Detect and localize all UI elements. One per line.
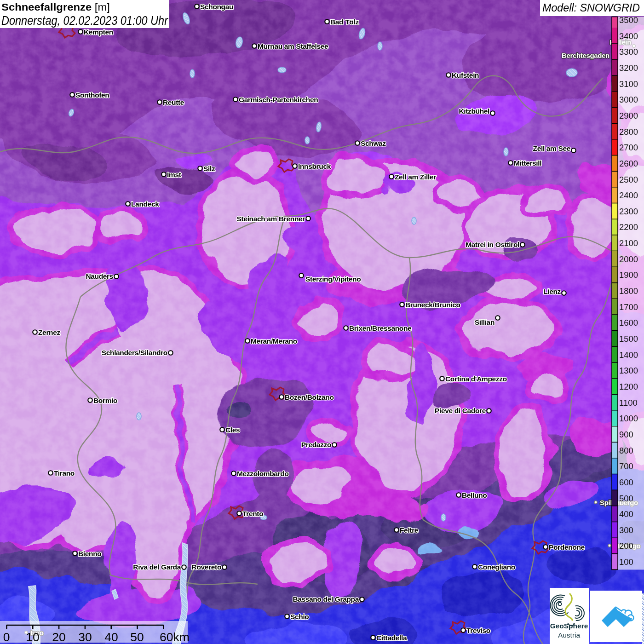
svg-text:Bormio: Bormio xyxy=(93,397,117,404)
svg-text:900: 900 xyxy=(619,430,633,439)
svg-text:Nauders: Nauders xyxy=(86,272,113,280)
svg-text:Reutte: Reutte xyxy=(163,98,184,106)
svg-text:Bozen/Bolzano: Bozen/Bolzano xyxy=(285,393,334,401)
svg-text:Sonthofen: Sonthofen xyxy=(75,91,109,99)
svg-text:700: 700 xyxy=(619,461,633,471)
svg-text:1000: 1000 xyxy=(619,414,638,423)
svg-text:Cittadella: Cittadella xyxy=(376,634,407,642)
svg-text:300: 300 xyxy=(619,525,633,535)
svg-text:2600: 2600 xyxy=(619,159,638,168)
svg-text:Feltre: Feltre xyxy=(400,526,419,534)
svg-text:Kufstein: Kufstein xyxy=(452,71,479,79)
svg-text:Conegliano: Conegliano xyxy=(478,563,515,571)
svg-text:1100: 1100 xyxy=(619,398,638,408)
svg-text:50: 50 xyxy=(130,630,144,644)
svg-text:1700: 1700 xyxy=(619,302,638,312)
svg-text:Berchtesgaden: Berchtesgaden xyxy=(562,52,610,59)
svg-text:Mittersill: Mittersill xyxy=(514,159,541,167)
svg-text:500: 500 xyxy=(619,494,633,503)
svg-text:Pieve di Cadore: Pieve di Cadore xyxy=(435,407,486,414)
svg-text:Lienz: Lienz xyxy=(543,288,561,295)
svg-text:2000: 2000 xyxy=(619,254,638,264)
svg-text:Schongau: Schongau xyxy=(200,3,233,11)
svg-text:2700: 2700 xyxy=(619,143,638,152)
svg-text:Schio: Schio xyxy=(290,613,309,621)
svg-text:3100: 3100 xyxy=(619,79,638,89)
svg-text:2200: 2200 xyxy=(619,222,638,232)
svg-text:200: 200 xyxy=(619,541,633,551)
svg-text:Bruneck/Brunico: Bruneck/Brunico xyxy=(405,301,460,309)
svg-text:Schlanders/Silandro: Schlanders/Silandro xyxy=(102,349,167,356)
svg-text:Sterzing/Vipiteno: Sterzing/Vipiteno xyxy=(305,275,361,283)
svg-text:30: 30 xyxy=(78,630,92,644)
svg-text:1800: 1800 xyxy=(619,286,638,296)
svg-text:Tirano: Tirano xyxy=(54,469,75,477)
svg-text:Sillian: Sillian xyxy=(475,318,494,326)
svg-text:2800: 2800 xyxy=(619,127,638,137)
svg-text:1300: 1300 xyxy=(619,366,638,375)
svg-text:400: 400 xyxy=(619,509,633,519)
svg-text:0: 0 xyxy=(3,630,10,644)
svg-text:3500: 3500 xyxy=(619,15,638,25)
svg-text:Zernez: Zernez xyxy=(38,328,60,336)
svg-text:Modell: SNOWGRID: Modell: SNOWGRID xyxy=(542,1,640,14)
svg-text:Zell am See: Zell am See xyxy=(533,144,571,152)
svg-text:3300: 3300 xyxy=(619,47,638,57)
svg-text:Meran/Merano: Meran/Merano xyxy=(251,337,297,345)
svg-text:Mezzolombardo: Mezzolombardo xyxy=(237,470,289,477)
svg-text:Kempten: Kempten xyxy=(84,28,113,36)
svg-text:Cortina d'Ampezzo: Cortina d'Ampezzo xyxy=(445,375,507,383)
svg-text:Treviso: Treviso xyxy=(466,627,490,634)
svg-text:1400: 1400 xyxy=(619,350,638,360)
svg-text:Trento: Trento xyxy=(242,510,263,518)
svg-text:60km: 60km xyxy=(160,630,190,644)
svg-text:40: 40 xyxy=(104,630,118,644)
svg-text:Garmisch-Partenkirchen: Garmisch-Partenkirchen xyxy=(239,96,318,104)
svg-text:Zell am Ziller: Zell am Ziller xyxy=(395,173,436,181)
svg-text:Schwaz: Schwaz xyxy=(361,139,386,147)
svg-text:2900: 2900 xyxy=(619,111,638,121)
svg-text:Bassano del Grappa: Bassano del Grappa xyxy=(293,595,359,603)
svg-text:Matrei in Osttirol: Matrei in Osttirol xyxy=(466,241,519,248)
svg-text:2500: 2500 xyxy=(619,175,638,184)
svg-text:20: 20 xyxy=(52,630,65,644)
svg-text:Innsbruck: Innsbruck xyxy=(298,162,331,170)
svg-text:3400: 3400 xyxy=(619,31,638,41)
svg-text:Riva del Garda: Riva del Garda xyxy=(133,563,181,571)
svg-text:Bad Tölz: Bad Tölz xyxy=(330,18,359,26)
svg-text:100: 100 xyxy=(619,557,633,567)
svg-text:2100: 2100 xyxy=(619,238,638,248)
svg-text:2300: 2300 xyxy=(619,207,638,216)
svg-text:Kitzbühel: Kitzbühel xyxy=(459,107,489,115)
svg-text:Donnerstag, 02.02.2023 01:00 U: Donnerstag, 02.02.2023 01:00 Uhr xyxy=(1,14,168,28)
svg-text:Schneefallgrenze [m]: Schneefallgrenze [m] xyxy=(1,1,110,13)
svg-text:10: 10 xyxy=(26,630,39,644)
svg-text:1900: 1900 xyxy=(619,270,638,280)
svg-text:1600: 1600 xyxy=(619,318,638,328)
svg-text:Belluno: Belluno xyxy=(462,491,487,499)
svg-text:Silz: Silz xyxy=(203,165,215,172)
svg-text:Steinach am Brenner: Steinach am Brenner xyxy=(237,215,305,223)
svg-text:Brixen/Bressanone: Brixen/Bressanone xyxy=(349,324,412,332)
svg-text:1200: 1200 xyxy=(619,382,638,391)
svg-text:Landeck: Landeck xyxy=(131,200,159,208)
svg-text:GeoSphere: GeoSphere xyxy=(550,622,588,630)
svg-text:1500: 1500 xyxy=(619,334,638,344)
svg-text:Rovereto: Rovereto xyxy=(192,563,221,571)
svg-text:Cles: Cles xyxy=(225,426,240,434)
svg-text:600: 600 xyxy=(619,477,633,487)
svg-text:3000: 3000 xyxy=(619,95,638,104)
svg-text:Predazzo: Predazzo xyxy=(301,441,331,448)
svg-text:Imst: Imst xyxy=(167,171,181,178)
svg-text:Bienno: Bienno xyxy=(78,550,101,558)
svg-text:Murnau am Staffelsee: Murnau am Staffelsee xyxy=(258,42,328,50)
svg-text:Pordenone: Pordenone xyxy=(549,543,585,551)
svg-text:Austria: Austria xyxy=(558,631,581,639)
svg-text:2400: 2400 xyxy=(619,190,638,200)
svg-text:800: 800 xyxy=(619,446,633,455)
svg-text:3200: 3200 xyxy=(619,63,638,73)
